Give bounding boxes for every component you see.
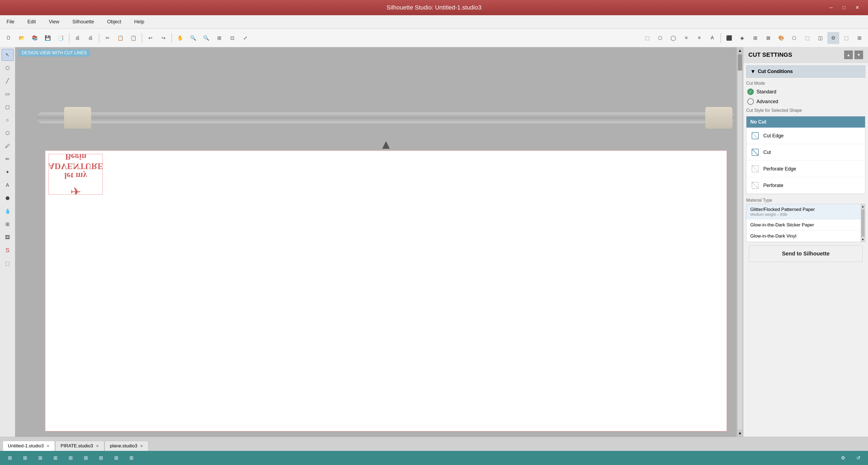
- select-tool-left[interactable]: ↖: [2, 49, 13, 61]
- eraser-tool[interactable]: ✦: [2, 166, 13, 178]
- fill-tool[interactable]: ⬛: [723, 32, 735, 44]
- tab-close-1[interactable]: ✕: [96, 444, 99, 448]
- zoom-full-button[interactable]: ⤢: [239, 32, 251, 44]
- no-cut-header[interactable]: No Cut: [746, 116, 865, 127]
- zoom-out-button[interactable]: 🔍: [200, 32, 212, 44]
- save-button[interactable]: 💾: [42, 32, 54, 44]
- print-button[interactable]: 🖨: [72, 32, 84, 44]
- cut-settings-tool[interactable]: ⚙: [827, 32, 839, 44]
- material-item-2[interactable]: Glow-in-the-Dark Vinyl: [746, 231, 865, 242]
- status-grid-btn-1[interactable]: ⊞: [4, 453, 15, 463]
- panel-down-button[interactable]: ▼: [855, 51, 863, 59]
- shape-tool[interactable]: ◯: [667, 32, 679, 44]
- send-to-silhouette-button[interactable]: Send to Silhouette: [749, 245, 863, 262]
- status-refresh-btn[interactable]: ↺: [853, 453, 864, 463]
- canvas-area[interactable]: DESIGN VIEW WITH CUT LINES ▲ let myADVEN…: [15, 47, 743, 437]
- tab-untitled[interactable]: Untitled-1.studio3 ✕: [3, 441, 55, 451]
- status-grid-btn-2[interactable]: ⊞: [20, 453, 30, 463]
- node-edit-tool-left[interactable]: ⬡: [2, 62, 13, 74]
- tab-plane[interactable]: plane.studio3 ✕: [105, 441, 148, 451]
- cut-edge-item[interactable]: Cut Edge: [746, 127, 865, 144]
- text-tool[interactable]: A: [706, 32, 718, 44]
- material-item-0[interactable]: Glitter/Flocked Patterned Paper Medium w…: [746, 204, 865, 220]
- line-tool-left[interactable]: ╱: [2, 75, 13, 87]
- tab-pirate[interactable]: PIRATE.studio3 ✕: [55, 441, 104, 451]
- scroll-up-button[interactable]: ▲: [737, 47, 743, 54]
- transform-tool[interactable]: ⊠: [762, 32, 774, 44]
- material-item-1[interactable]: Glow-in-the-Dark Sticker Paper: [746, 220, 865, 231]
- library-button[interactable]: 📚: [29, 32, 41, 44]
- replicate-tool[interactable]: ⊞: [749, 32, 761, 44]
- scroll-thumb[interactable]: [738, 54, 742, 70]
- zoom-fit-button[interactable]: ⊞: [213, 32, 225, 44]
- eyedropper-tool[interactable]: 💧: [2, 205, 13, 217]
- zoom-in-button[interactable]: 🔍: [187, 32, 199, 44]
- open-button[interactable]: 📂: [16, 32, 28, 44]
- rounded-rect-tool[interactable]: ▢: [2, 101, 13, 113]
- menu-file[interactable]: File: [4, 18, 17, 26]
- page-nav-tool[interactable]: ⬚: [2, 257, 13, 269]
- crop-tool[interactable]: ⊞: [2, 218, 13, 230]
- scroll-down-button[interactable]: ▼: [737, 430, 743, 437]
- material-list[interactable]: Glitter/Flocked Patterned Paper Medium w…: [746, 204, 865, 242]
- material-scrollbar[interactable]: ▲ ▼: [861, 204, 865, 242]
- save-as-button[interactable]: 📑: [55, 32, 67, 44]
- tab-close-0[interactable]: ✕: [46, 444, 50, 448]
- maximize-button[interactable]: □: [839, 3, 849, 12]
- standard-radio[interactable]: [747, 88, 754, 95]
- material-scroll-down[interactable]: ▼: [861, 237, 865, 242]
- silhouette-logo-tool[interactable]: S: [2, 244, 13, 256]
- status-grid-btn-6[interactable]: ⊞: [80, 453, 91, 463]
- minimize-button[interactable]: ─: [826, 3, 837, 12]
- page-tool[interactable]: ⬚: [840, 32, 852, 44]
- menu-help[interactable]: Help: [132, 18, 147, 26]
- pan-button[interactable]: ✋: [174, 32, 186, 44]
- text-tool-left[interactable]: A: [2, 179, 13, 191]
- sketch-tool[interactable]: ⬚: [801, 32, 813, 44]
- undo-button[interactable]: ↩: [144, 32, 156, 44]
- menu-edit[interactable]: Edit: [25, 18, 38, 26]
- menu-silhouette[interactable]: Silhouette: [70, 18, 96, 26]
- status-grid-btn-5[interactable]: ⊞: [65, 453, 76, 463]
- standard-radio-row[interactable]: Standard: [746, 87, 865, 97]
- paint-bucket-tool[interactable]: ⬣: [2, 192, 13, 204]
- advanced-radio[interactable]: [747, 98, 754, 105]
- copy-button[interactable]: 📋: [115, 32, 126, 44]
- align-right-tool[interactable]: ≡: [693, 32, 705, 44]
- paste-button[interactable]: 📋: [127, 32, 140, 44]
- panel-up-button[interactable]: ▲: [844, 51, 853, 59]
- paper-canvas[interactable]: let myADVENTUREBegin ✈: [45, 150, 727, 431]
- new-button[interactable]: 🗋: [3, 32, 14, 44]
- status-settings-btn[interactable]: ⚙: [838, 453, 848, 463]
- node-tool[interactable]: ⬡: [654, 32, 666, 44]
- poly-tool[interactable]: ⬡: [2, 127, 13, 139]
- menu-object[interactable]: Object: [105, 18, 123, 26]
- cut-button[interactable]: ✂: [101, 32, 113, 44]
- pen-tool-left[interactable]: 🖊: [2, 140, 13, 152]
- grid-tool[interactable]: ⊞: [854, 32, 865, 44]
- scroll-track[interactable]: [738, 54, 742, 430]
- perforate-item[interactable]: Perforate: [746, 177, 865, 194]
- advanced-radio-row[interactable]: Advanced: [746, 97, 865, 107]
- menu-view[interactable]: View: [46, 18, 62, 26]
- status-grid-btn-7[interactable]: ⊞: [95, 453, 106, 463]
- ellipse-tool-left[interactable]: ○: [2, 114, 13, 126]
- cut-conditions-header[interactable]: ▼ Cut Conditions: [746, 65, 865, 78]
- status-grid-btn-4[interactable]: ⊞: [50, 453, 61, 463]
- status-grid-btn-9[interactable]: ⊞: [126, 453, 137, 463]
- perforate-edge-item[interactable]: Perforate Edge: [746, 161, 865, 177]
- pencil-tool[interactable]: ✏: [2, 153, 13, 165]
- select-tool[interactable]: ⬚: [641, 32, 653, 44]
- status-grid-btn-3[interactable]: ⊞: [35, 453, 45, 463]
- print-tool[interactable]: ◫: [814, 32, 826, 44]
- canvas-scrollbar-right[interactable]: ▲ ▼: [737, 47, 743, 437]
- color-tool[interactable]: 🎨: [775, 32, 787, 44]
- align-left-tool[interactable]: ≡: [680, 32, 692, 44]
- stamp-image[interactable]: let myADVENTUREBegin ✈: [49, 154, 103, 195]
- image-tool[interactable]: 🖼: [2, 231, 13, 243]
- close-button[interactable]: ✕: [852, 3, 863, 12]
- print-cut-button[interactable]: 🖨: [85, 32, 97, 44]
- status-grid-btn-8[interactable]: ⊞: [111, 453, 122, 463]
- tab-close-2[interactable]: ✕: [140, 444, 143, 448]
- pattern-tool[interactable]: ⬡: [788, 32, 800, 44]
